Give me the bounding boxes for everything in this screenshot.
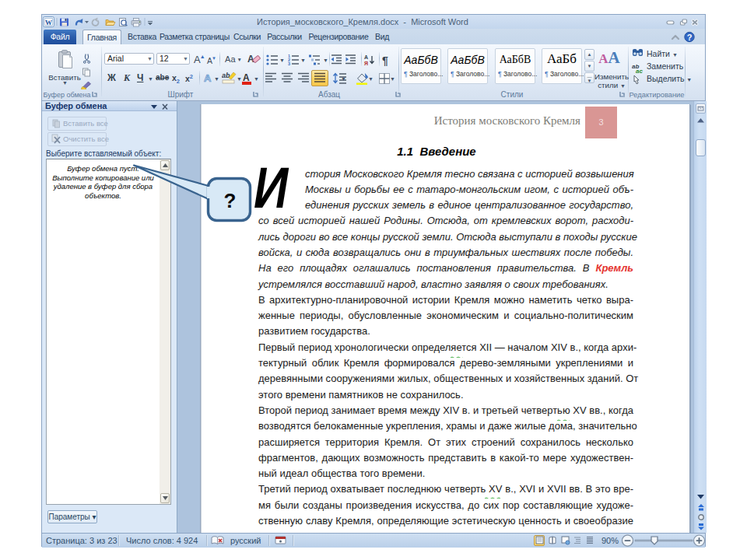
svg-text:?: ? (687, 33, 693, 42)
svg-text:3: 3 (288, 61, 290, 66)
svg-text:W: W (45, 19, 52, 26)
svg-text:А: А (364, 54, 368, 60)
svg-text:Я: Я (364, 61, 368, 66)
svg-text:¶: ¶ (382, 54, 388, 66)
svg-text:ac: ac (636, 68, 643, 75)
